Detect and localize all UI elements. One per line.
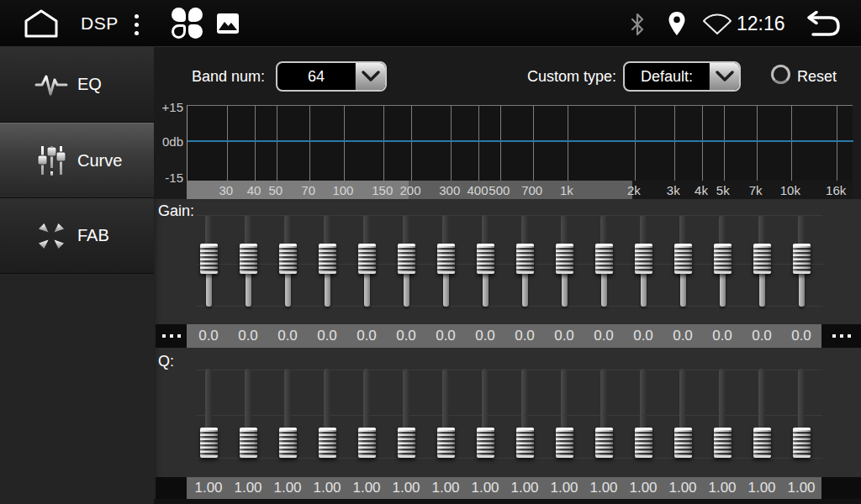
gain-slider-thumb[interactable] bbox=[477, 244, 494, 274]
gain-more-right-button[interactable] bbox=[821, 324, 861, 348]
y-tick-label: +15 bbox=[154, 100, 183, 115]
freq-tick-label: 7k bbox=[737, 181, 774, 199]
gain-slider-thumb[interactable] bbox=[674, 244, 692, 274]
q-slider-thumb[interactable] bbox=[279, 428, 297, 458]
sidebar-item-label: FAB bbox=[77, 226, 109, 245]
clock: 12:16 bbox=[737, 0, 785, 47]
gain-slider-thumb[interactable] bbox=[556, 244, 573, 274]
freq-tick-label: 10k bbox=[772, 181, 809, 199]
gain-slider-thumb[interactable] bbox=[240, 244, 257, 274]
q-slider-thumb[interactable] bbox=[516, 428, 534, 458]
back-icon[interactable] bbox=[799, 11, 843, 38]
band-value: 1.00 bbox=[782, 477, 821, 499]
q-slider-thumb[interactable] bbox=[595, 428, 613, 458]
gain-slider-thumb[interactable] bbox=[516, 244, 534, 274]
frequency-axis-strip[interactable]: 304050701001502003004005007001k2k3k4k5k7… bbox=[187, 181, 853, 199]
band-num-select[interactable]: 64 bbox=[276, 61, 387, 92]
slider-track-lower bbox=[285, 272, 291, 307]
freq-gridline bbox=[724, 106, 725, 181]
freq-tick-label: 2k bbox=[615, 181, 652, 199]
freq-tick-label: 1k bbox=[548, 181, 585, 199]
slider-track-lower bbox=[206, 272, 212, 307]
band-num-value: 64 bbox=[277, 63, 355, 90]
q-slider-thumb[interactable] bbox=[200, 428, 218, 458]
freq-gridline bbox=[702, 106, 703, 181]
freq-tick-label: 200 bbox=[392, 181, 429, 199]
gain-slider-thumb[interactable] bbox=[635, 244, 652, 274]
band-value: 0.0 bbox=[229, 324, 268, 348]
q-slider-thumb[interactable] bbox=[793, 428, 811, 458]
slider-track-lower bbox=[246, 272, 251, 307]
sidebar-item-label: Curve bbox=[77, 151, 122, 171]
bottom-edge-strip bbox=[154, 499, 861, 504]
apps-clover-icon[interactable] bbox=[172, 8, 203, 39]
freq-tick-label: 5k bbox=[705, 181, 742, 199]
location-icon bbox=[668, 11, 686, 36]
freq-gridline bbox=[837, 106, 837, 181]
q-slider-thumb[interactable] bbox=[714, 428, 732, 458]
freq-gridline bbox=[533, 106, 534, 181]
gallery-icon[interactable] bbox=[217, 13, 239, 34]
sidebar-item-fab[interactable]: FAB bbox=[0, 198, 154, 274]
q-slider-thumb[interactable] bbox=[477, 428, 494, 458]
q-section-label: Q: bbox=[158, 353, 174, 370]
q-slider-thumb[interactable] bbox=[635, 428, 652, 458]
freq-gridline bbox=[344, 106, 345, 181]
reset-label: Reset bbox=[797, 62, 837, 91]
gain-slider-thumb[interactable] bbox=[753, 244, 771, 274]
gain-more-left-button[interactable] bbox=[156, 324, 187, 348]
q-slider-thumb[interactable] bbox=[556, 428, 573, 458]
q-slider-thumb[interactable] bbox=[437, 428, 455, 458]
reset-radio[interactable] bbox=[771, 65, 790, 84]
slider-gridline bbox=[197, 306, 822, 307]
freq-gridline bbox=[227, 106, 228, 181]
band-value: 1.00 bbox=[189, 477, 229, 499]
slider-track-lower bbox=[443, 272, 449, 307]
q-slider-thumb[interactable] bbox=[398, 428, 415, 458]
band-value: 0.0 bbox=[466, 324, 505, 348]
gain-slider-thumb[interactable] bbox=[398, 244, 415, 274]
freq-gridline bbox=[568, 106, 568, 181]
q-slider-thumb[interactable] bbox=[240, 428, 257, 458]
q-slider-thumb[interactable] bbox=[358, 428, 376, 458]
q-slider-thumb[interactable] bbox=[319, 428, 336, 458]
q-sliders bbox=[187, 367, 853, 459]
gain-slider-thumb[interactable] bbox=[595, 244, 613, 274]
band-value: 1.00 bbox=[268, 477, 308, 499]
gain-slider-thumb[interactable] bbox=[437, 244, 455, 274]
gain-slider-thumb[interactable] bbox=[358, 244, 376, 274]
gain-slider-thumb[interactable] bbox=[200, 244, 218, 274]
freq-gridline bbox=[478, 106, 479, 181]
slider-track-lower bbox=[404, 272, 409, 307]
band-value: 1.00 bbox=[545, 477, 584, 499]
gain-slider-thumb[interactable] bbox=[319, 244, 336, 274]
bluetooth-icon bbox=[627, 13, 647, 36]
eq-curve-graph[interactable] bbox=[187, 105, 853, 181]
fab-arrows-icon bbox=[32, 221, 71, 251]
band-value: 1.00 bbox=[624, 477, 663, 499]
home-icon[interactable] bbox=[22, 8, 61, 39]
overflow-menu-icon[interactable] bbox=[135, 14, 140, 35]
slider-gridline bbox=[197, 215, 822, 216]
custom-type-select[interactable]: Default: bbox=[623, 61, 741, 92]
sidebar-item-eq[interactable]: EQ bbox=[0, 47, 154, 123]
gain-slider-thumb[interactable] bbox=[279, 244, 297, 274]
chevron-down-icon bbox=[355, 63, 385, 90]
slider-track bbox=[679, 369, 686, 433]
q-slider-thumb[interactable] bbox=[674, 428, 692, 458]
gain-slider-thumb[interactable] bbox=[793, 244, 811, 274]
band-value: 1.00 bbox=[742, 477, 782, 499]
freq-tick-label: 50 bbox=[257, 181, 294, 199]
band-value: 1.00 bbox=[387, 477, 426, 499]
sidebar-item-curve[interactable]: Curve bbox=[0, 123, 154, 198]
slider-track-lower bbox=[680, 272, 686, 307]
slider-track bbox=[205, 369, 212, 433]
app-title: DSP bbox=[81, 0, 119, 47]
gain-slider-thumb[interactable] bbox=[714, 244, 732, 274]
y-tick-label: -15 bbox=[154, 171, 183, 186]
slider-track-lower bbox=[799, 272, 805, 307]
custom-type-label: Custom type: bbox=[527, 62, 616, 91]
freq-tick-label: 700 bbox=[514, 181, 551, 199]
q-slider-thumb[interactable] bbox=[753, 428, 771, 458]
sidebar-item-label: EQ bbox=[77, 75, 102, 94]
